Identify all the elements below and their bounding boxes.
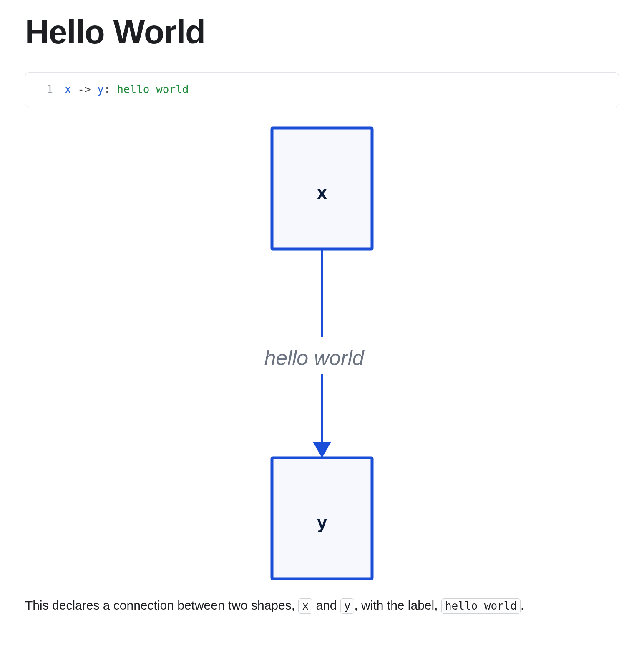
code-token-colon: : (104, 83, 117, 97)
code-block: 1 x -> y : hello world (25, 72, 619, 107)
caption-code-label: hello world (441, 598, 521, 614)
diagram-svg: x hello world y (218, 124, 426, 583)
diagram-container: x hello world y (25, 124, 619, 583)
line-number: 1 (36, 83, 53, 97)
caption-text-1: This declares a connection between two s… (25, 598, 298, 612)
caption-text-2: and (312, 598, 340, 612)
diagram-node-x-label: x (317, 182, 327, 202)
code-line: 1 x -> y : hello world (25, 73, 619, 107)
page: Hello World 1 x -> y : hello world x hel… (0, 0, 644, 645)
page-title: Hello World (25, 13, 619, 51)
caption-text-3: , with the label, (354, 598, 441, 612)
code-token-var-y: y (97, 83, 104, 97)
diagram-node-y-label: y (317, 512, 327, 532)
code-token-var-x: x (65, 83, 71, 97)
caption: This declares a connection between two s… (25, 595, 619, 616)
caption-code-x: x (298, 598, 312, 614)
arrow-down-icon (313, 442, 331, 458)
caption-code-y: y (340, 598, 355, 614)
caption-text-4: . (521, 598, 524, 612)
code-token-label: hello world (117, 83, 189, 97)
diagram-edge-label: hello world (264, 346, 365, 370)
code-token-arrow: -> (71, 83, 98, 97)
